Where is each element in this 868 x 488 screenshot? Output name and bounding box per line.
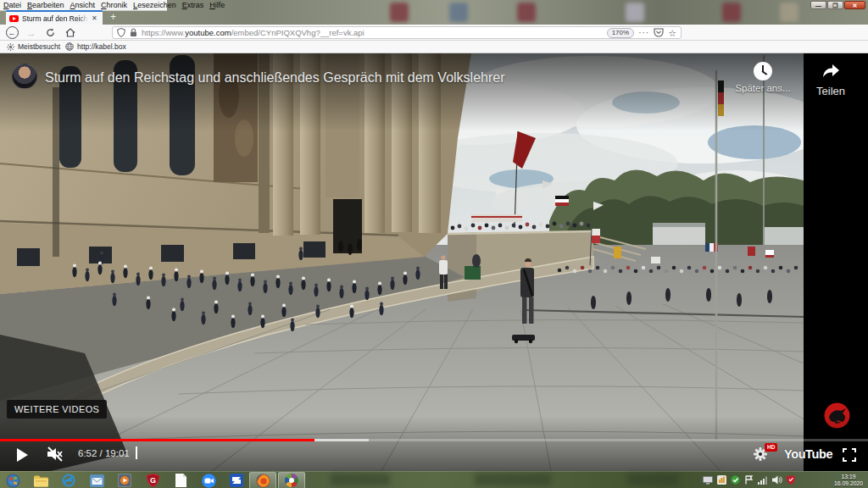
- picasa-icon[interactable]: [281, 473, 303, 488]
- screen: Datei Bearbeiten Ansicht Chronik Lesezei…: [0, 0, 868, 488]
- wallpaper-blob: [331, 474, 390, 485]
- activity-chart-tray-icon[interactable]: [717, 475, 726, 485]
- start-button[interactable]: [2, 473, 24, 488]
- internet-explorer-icon[interactable]: [58, 473, 80, 488]
- svg-text:G: G: [149, 476, 155, 485]
- url-bar[interactable]: https://www.youtube.com/embed/CYnPIQXQVh…: [112, 26, 682, 39]
- reload-icon[interactable]: [42, 25, 58, 41]
- volume-tray-icon[interactable]: [772, 475, 782, 485]
- fullscreen-icon[interactable]: [843, 448, 856, 465]
- window-controls: — ❐ ✕: [810, 1, 865, 9]
- share-button[interactable]: Teilen: [804, 62, 858, 97]
- clock-time: 13:19: [831, 474, 866, 480]
- menu-bearbeiten[interactable]: Bearbeiten: [27, 1, 64, 9]
- menu-datei[interactable]: Datei: [3, 1, 21, 9]
- progress-bar[interactable]: [0, 439, 868, 441]
- tab-title: Sturm auf den Reichstag und a: [22, 14, 88, 23]
- maximize-button[interactable]: ❐: [827, 1, 843, 9]
- hd-badge: HD: [765, 443, 777, 452]
- action-center-flag-icon[interactable]: [744, 475, 754, 485]
- share-label: Teilen: [804, 85, 858, 97]
- bookmark-kabel-box[interactable]: http://kabel.box: [65, 42, 126, 51]
- wallpaper-blob: [627, 474, 678, 485]
- volume-muted-icon[interactable]: [46, 446, 64, 465]
- display-tray-icon[interactable]: [703, 476, 713, 485]
- controls-gradient-overlay: [0, 416, 868, 471]
- menu-chronik[interactable]: Chronik: [101, 1, 127, 9]
- desktop-icon-blob: [722, 3, 741, 22]
- movies-tv-icon[interactable]: [114, 473, 136, 488]
- menu-extras[interactable]: Extras: [182, 1, 204, 9]
- video-title[interactable]: Sturm auf den Reichstag und anschließend…: [45, 70, 723, 86]
- gdata-antivirus-icon[interactable]: G: [142, 473, 164, 488]
- network-signal-icon[interactable]: [758, 476, 768, 485]
- file-explorer-icon[interactable]: [30, 473, 52, 488]
- url-text: https://www.youtube.com/embed/CYnPIQXQVh…: [142, 28, 603, 37]
- bookmarks-toolbar: Meistbesucht http://kabel.box: [0, 41, 868, 53]
- wallpaper-blob: [475, 474, 551, 485]
- bookmark-most-visited[interactable]: Meistbesucht: [7, 42, 60, 51]
- gdata-shield-tray-icon[interactable]: [787, 475, 795, 485]
- bookmark-label: Meistbesucht: [18, 42, 60, 51]
- tracking-shield-icon[interactable]: [117, 28, 125, 37]
- taskbar: G 13:19: [0, 471, 868, 488]
- watch-later-button[interactable]: Später ans...: [726, 62, 800, 93]
- time-cursor: [136, 446, 137, 459]
- zoom-level-badge[interactable]: 170%: [607, 28, 634, 38]
- firefox-icon[interactable]: [252, 473, 274, 488]
- desktop-icon-blob: [626, 3, 644, 22]
- bookmark-label: http://kabel.box: [77, 42, 126, 51]
- clock-icon: [754, 62, 772, 80]
- youtube-favicon-icon: [9, 15, 19, 22]
- desktop-icon-blob: [517, 3, 536, 22]
- close-button[interactable]: ✕: [844, 1, 865, 9]
- menu-hilfe[interactable]: Hilfe: [209, 1, 225, 9]
- play-button[interactable]: [17, 448, 28, 462]
- safely-remove-tray-icon[interactable]: [731, 475, 740, 485]
- globe-icon: [65, 42, 74, 51]
- share-arrow-icon: [821, 62, 841, 79]
- youtube-logo[interactable]: YouTube: [784, 447, 832, 461]
- lock-icon[interactable]: [130, 28, 137, 37]
- time-display: 6:52 / 19:01: [78, 448, 130, 458]
- zoom-icon[interactable]: [198, 473, 220, 488]
- pocket-icon[interactable]: [654, 28, 664, 37]
- taskbar-clock[interactable]: 13:19 16.09.2020: [831, 474, 866, 487]
- youtube-player: Sturm auf den Reichstag und anschließend…: [0, 53, 868, 471]
- progress-played: [0, 439, 314, 441]
- clock-date: 16.09.2020: [831, 480, 866, 487]
- home-icon[interactable]: [63, 25, 78, 41]
- most-visited-icon: [7, 43, 14, 51]
- bookmark-star-icon[interactable]: ☆: [668, 29, 676, 37]
- new-tab-button[interactable]: +: [107, 12, 120, 24]
- scanner-icon[interactable]: [225, 473, 248, 488]
- tab-close-icon[interactable]: ✕: [92, 15, 97, 22]
- desktop-icon-blob: [390, 3, 409, 22]
- menu-lesezeichen[interactable]: Lesezeichen: [133, 1, 176, 9]
- channel-avatar[interactable]: [12, 64, 37, 89]
- browser-tab[interactable]: Sturm auf den Reichstag und a ✕: [6, 10, 103, 25]
- navigation-toolbar: ← → https://www.youtube.com/embed/CYnPIQ…: [0, 25, 868, 41]
- menu-ansicht[interactable]: Ansicht: [70, 1, 96, 9]
- minimize-button[interactable]: —: [810, 1, 826, 9]
- title-gradient-overlay: [0, 53, 804, 131]
- page-actions-icon[interactable]: ···: [638, 30, 649, 36]
- back-button[interactable]: ←: [3, 25, 20, 41]
- desktop-icon-blob: [449, 3, 468, 22]
- watch-later-label: Später ans...: [726, 83, 800, 93]
- system-tray: [703, 475, 795, 485]
- document-icon[interactable]: [170, 473, 192, 488]
- desktop-icon-blob: [780, 3, 798, 22]
- forward-button[interactable]: →: [24, 25, 39, 41]
- mail-icon[interactable]: [86, 473, 108, 488]
